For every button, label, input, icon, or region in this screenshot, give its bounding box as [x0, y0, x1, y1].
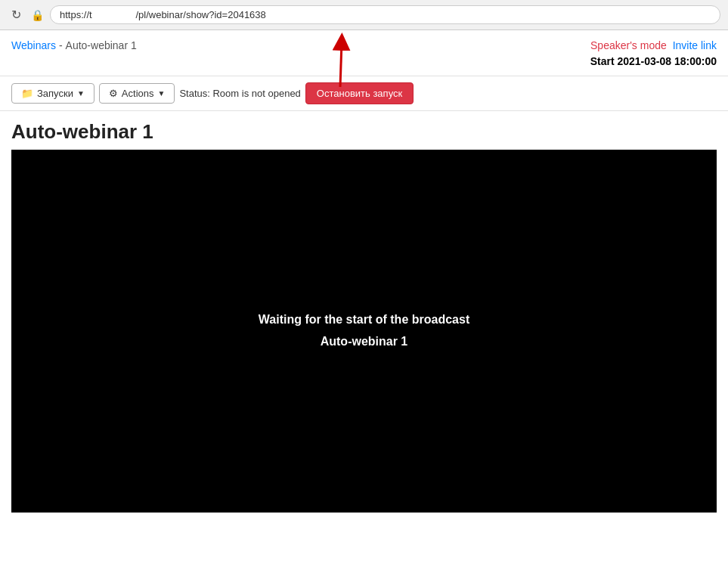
- browser-back-button[interactable]: ↻: [8, 6, 25, 23]
- page-title: Auto-webinar 1: [11, 120, 717, 144]
- url-bar[interactable]: [50, 5, 720, 24]
- runs-button[interactable]: 📁 Запуски ▼: [11, 83, 94, 104]
- runs-caret-icon: ▼: [77, 89, 85, 98]
- invite-link[interactable]: Invite link: [673, 39, 717, 51]
- video-waiting-text: Waiting for the start of the broadcast A…: [259, 309, 469, 353]
- top-right-info: Speaker's mode Invite link Start 2021-03…: [590, 38, 717, 70]
- speakers-mode-link[interactable]: Speaker's mode: [590, 39, 667, 51]
- status-label: Status: Room is not opened: [179, 88, 300, 99]
- breadcrumb: Webinars - Auto-webinar 1: [11, 38, 137, 51]
- runs-button-label: Запуски: [37, 88, 73, 99]
- top-nav: Webinars - Auto-webinar 1 Speaker's mode…: [0, 30, 728, 76]
- browser-bar: ↻ 🔒: [0, 0, 728, 30]
- status-prefix: Status:: [179, 88, 209, 99]
- page-title-section: Auto-webinar 1: [0, 111, 728, 150]
- video-waiting-line1: Waiting for the start of the broadcast: [259, 309, 469, 331]
- video-container: Waiting for the start of the broadcast A…: [11, 150, 717, 513]
- gear-icon: ⚙: [109, 88, 118, 99]
- actions-caret-icon: ▼: [157, 89, 165, 98]
- breadcrumb-webinars-link[interactable]: Webinars: [11, 39, 56, 51]
- breadcrumb-separator: -: [59, 39, 63, 51]
- video-waiting-line2: Auto-webinar 1: [259, 331, 469, 353]
- start-date: Start 2021-03-08 18:00:00: [590, 54, 717, 70]
- actions-button[interactable]: ⚙ Actions ▼: [99, 83, 175, 104]
- breadcrumb-current: Auto-webinar 1: [66, 39, 137, 51]
- actions-button-label: Actions: [122, 88, 154, 99]
- folder-icon: 📁: [21, 88, 33, 99]
- status-value: Room is not opened: [212, 88, 300, 99]
- stop-button[interactable]: Остановить запуск: [305, 82, 414, 104]
- lock-icon: 🔒: [31, 9, 44, 21]
- toolbar: 📁 Запуски ▼ ⚙ Actions ▼ Status: Room is …: [0, 76, 728, 111]
